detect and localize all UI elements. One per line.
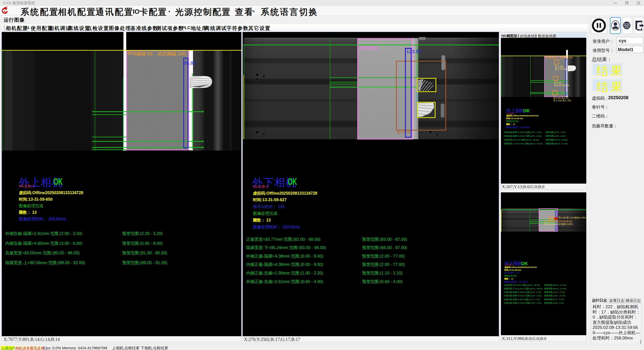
svg-text:宽:83.77 范围:(82.00-88.00): 宽:83.77 范围:(82.00-88.00) xyxy=(544,220,572,223)
svg-text:内侧正极-负极=1.8mm 范围:(1.00 - 2.20): 内侧正极-负极=1.8mm 范围:(1.00 - 2.20) xyxy=(504,298,540,301)
svg-text:圈数： 12: 圈数： 12 xyxy=(506,123,515,125)
svg-text:AI检测框: AI检测框 xyxy=(359,45,378,51)
svg-text:预警范围:(94.00 - 97.00): 预警范围:(94.00 - 97.00) xyxy=(544,288,566,290)
svg-text:图像处理完成: 图像处理完成 xyxy=(504,275,517,277)
svg-text:圈数： 12: 圈数： 12 xyxy=(504,278,513,280)
svg-text:正极宽度=84.09mm 范围:(82.00 - 88.00: 正极宽度=84.09mm 范围:(82.00 - 88.00) xyxy=(504,284,540,286)
svg-text:图像处理耗时： 219.00ms: 图像处理耗时： 219.00ms xyxy=(504,281,528,283)
svg-text:宽:4.38 高:1.92 面积:0.75%: 宽:4.38 高:1.92 面积:0.75% xyxy=(558,217,586,219)
svg-text:OK: OK xyxy=(523,108,530,113)
svg-text:预警范围:(83.00 - 87.00): 预警范围:(83.00 - 87.00) xyxy=(544,284,566,286)
svg-text:图像处理耗时： 246.00ms: 图像处理耗时： 246.00ms xyxy=(506,126,530,128)
svg-text:外侧正极-隔膜=4.08mm 范围:(0.00 - 9.00: 外侧正极-隔膜=4.08mm 范围:(0.00 - 9.00) xyxy=(504,291,541,293)
svg-text:宽:95.24 高:4.38 面积:1.90%: 宽:95.24 高:4.38 面积:1.90% xyxy=(544,223,573,225)
svg-text:宽:1.52: 宽:1.52 xyxy=(554,82,561,84)
svg-text:预警范围:(81.00 - 85.00): 预警范围:(81.00 - 85.00) xyxy=(546,139,568,141)
svg-text:宽:0.93 高:2.01: 宽:0.93 高:2.01 xyxy=(553,97,569,99)
svg-text:内侧负极-隔膜=4.49mm 范围:(3.00 - 6.00: 内侧负极-隔膜=4.49mm 范围:(3.00 - 6.00) xyxy=(504,135,541,137)
svg-text:123.80: 123.80 xyxy=(406,49,421,54)
svg-text:宽:0.84 高:1.44: 宽:0.84 高:1.44 xyxy=(554,84,569,87)
svg-text:宽:1.226: 宽:1.226 xyxy=(555,65,563,68)
svg-text:预警范围:(0.60 - 4.00): 预警范围:(0.60 - 4.00) xyxy=(544,302,564,304)
svg-text:极耳区域: 极耳区域 xyxy=(397,130,410,134)
svg-text:虚拟码:Offline20250208133134728: 虚拟码:Offline20250208133134728 xyxy=(504,266,537,268)
svg-text:预警范围:(89.00 - 91.00): 预警范围:(89.00 - 91.00) xyxy=(546,143,568,145)
svg-text:虚拟码:Offline20250208133134728: 虚拟码:Offline20250208133134728 xyxy=(506,115,538,117)
svg-text:极耳AI耗时： 32: 极耳AI耗时： 32 xyxy=(504,272,519,274)
svg-text:预警范围:(2.00 - 77.00): 预警范围:(2.00 - 77.00) xyxy=(544,291,565,293)
svg-text:NG次数:0: NG次数:0 xyxy=(504,264,513,266)
svg-text:预警范围:(0.10 - 2.10): 预警范围:(0.10 - 2.10) xyxy=(544,298,564,301)
svg-text:图像处理完成: 图像处理完成 xyxy=(506,120,518,122)
svg-text:外侧负极-隔膜=3.03mm 范围:(2.00 - 3.50: 外侧负极-隔膜=3.03mm 范围:(2.00 - 3.50) xyxy=(504,131,541,133)
svg-text:内侧正极-隔膜=4.06mm 范围:(0.00 - 9.00: 内侧正极-隔膜=4.06mm 范围:(0.00 - 9.00) xyxy=(504,295,541,297)
svg-text:85.88: 85.88 xyxy=(184,61,196,66)
svg-text:宽:1.223 高:1.791: 宽:1.223 高:1.791 xyxy=(553,99,571,102)
svg-text:时间:13-31-59-041: 时间:13-31-59-041 xyxy=(504,269,521,271)
svg-text:宽:1.775 高:1.21: 宽:1.775 高:1.21 xyxy=(555,68,571,70)
svg-text:外侧正极-负极=2.42mm 范围:(0.60 - 4.00: 外侧正极-负极=2.42mm 范围:(0.60 - 4.00) xyxy=(504,302,541,304)
svg-text:平均阈值:93，动态阈值:100: 平均阈值:93，动态阈值:100 xyxy=(545,56,573,59)
svg-text:平均阈值:93，动态阈值:100: 平均阈值:93，动态阈值:100 xyxy=(127,51,186,56)
svg-text:预警范围:(0.00 - 8.00): 预警范围:(0.00 - 8.00) xyxy=(546,135,565,137)
svg-text:OK: OK xyxy=(521,261,528,266)
svg-text:预警范围:(2.20 - 3.20): 预警范围:(2.20 - 3.20) xyxy=(546,131,565,133)
svg-text:隔膜宽度-下=95.10mm 范围:(93.00 - 98.: 隔膜宽度-下=95.10mm 范围:(93.00 - 98.00) xyxy=(504,288,543,290)
svg-text:时间:13-31-59-132: 时间:13-31-59-132 xyxy=(506,117,523,120)
svg-text:负极宽度=83.2mm 范围:(80.00 - 86.00): 负极宽度=83.2mm 范围:(80.00 - 86.00) xyxy=(504,139,539,141)
svg-text:预警范围:(2.00 - 77.00): 预警范围:(2.00 - 77.00) xyxy=(544,295,565,297)
svg-text:隔膜宽度-上=90.57mm 范围:(88.00 - 92.: 隔膜宽度-上=90.57mm 范围:(88.00 - 92.00) xyxy=(504,143,543,145)
